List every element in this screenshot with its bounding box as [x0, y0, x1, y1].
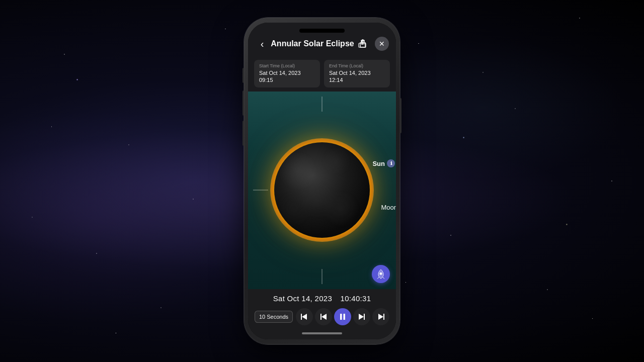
- rocket-button[interactable]: [372, 265, 390, 283]
- home-bar: [302, 332, 342, 334]
- transport-buttons: [296, 308, 389, 325]
- phone-screen: ‹ Annular Solar Eclipse: [248, 23, 396, 339]
- end-time-card: End Time (Local) Sat Oct 14, 2023 12:14: [324, 60, 390, 87]
- side-button-vol-down: [243, 121, 244, 146]
- svg-marker-14: [378, 314, 383, 320]
- side-button-silent: [243, 68, 244, 83]
- start-time-time: 09:15: [259, 76, 315, 83]
- side-button-power: [400, 98, 401, 133]
- end-time-label: End Time (Local): [329, 63, 385, 68]
- svg-rect-10: [344, 314, 346, 320]
- svg-rect-13: [383, 314, 384, 320]
- side-button-vol-up: [243, 90, 244, 116]
- share-button[interactable]: [356, 37, 370, 51]
- skip-forward-icon: [377, 313, 384, 320]
- pause-icon: [339, 313, 346, 320]
- crosshair-horizontal-left: [253, 190, 268, 191]
- svg-rect-12: [364, 314, 365, 320]
- phone-device: ‹ Annular Solar Eclipse: [244, 18, 400, 344]
- phone-shell: ‹ Annular Solar Eclipse: [244, 18, 400, 344]
- svg-marker-11: [359, 314, 364, 320]
- app-screen: ‹ Annular Solar Eclipse: [248, 23, 396, 339]
- step-forward-button[interactable]: [353, 308, 370, 325]
- end-time-date: Sat Oct 14, 2023: [329, 69, 385, 76]
- step-back-button[interactable]: [315, 308, 332, 325]
- datetime-time: 10:40:31: [341, 294, 371, 303]
- playback-controls-row: 10 Seconds: [254, 308, 390, 325]
- moon-circle: [274, 142, 370, 238]
- home-indicator-bar: [248, 329, 396, 339]
- sun-label-text: Sun: [372, 160, 385, 167]
- svg-rect-9: [340, 314, 342, 320]
- sun-label: Sun ℹ: [372, 159, 395, 167]
- step-back-icon: [320, 313, 327, 320]
- phone-notch: [299, 29, 345, 33]
- page-title: Annular Solar Eclipse: [269, 39, 356, 48]
- speed-selector-button[interactable]: 10 Seconds: [255, 311, 293, 323]
- back-button[interactable]: ‹: [255, 38, 269, 50]
- svg-marker-6: [302, 314, 307, 320]
- datetime-display: Sat Oct 14, 2023 10:40:31: [254, 294, 390, 303]
- start-time-label: Start Time (Local): [259, 63, 315, 68]
- start-time-card: Start Time (Local) Sat Oct 14, 2023 09:1…: [254, 60, 320, 87]
- eclipse-visualization: Sun ℹ Moon: [248, 92, 396, 289]
- svg-rect-5: [301, 314, 302, 320]
- step-forward-icon: [358, 313, 365, 320]
- app-header: ‹ Annular Solar Eclipse: [248, 23, 396, 56]
- skip-back-button[interactable]: [296, 308, 313, 325]
- eclipse-body: Sun ℹ Moon: [274, 142, 370, 238]
- skip-back-icon: [301, 313, 308, 320]
- skip-forward-button[interactable]: [372, 308, 389, 325]
- moon-texture: [274, 142, 370, 238]
- close-button[interactable]: ✕: [375, 37, 389, 51]
- svg-marker-7: [321, 314, 327, 320]
- info-cards-row: Start Time (Local) Sat Oct 14, 2023 09:1…: [248, 56, 396, 92]
- start-time-date: Sat Oct 14, 2023: [259, 69, 315, 76]
- crosshair-vertical-bottom: [322, 269, 323, 284]
- datetime-date: Sat Oct 14, 2023: [273, 294, 332, 303]
- moon-label: Moon: [381, 204, 396, 211]
- header-actions: ✕: [356, 37, 389, 51]
- sun-info-button[interactable]: ℹ: [387, 159, 395, 167]
- rocket-icon: [376, 269, 386, 279]
- svg-rect-8: [320, 314, 321, 320]
- svg-point-4: [380, 273, 382, 275]
- pause-button[interactable]: [334, 308, 351, 325]
- bottom-controls: Sat Oct 14, 2023 10:40:31 10 Seconds: [248, 289, 396, 329]
- crosshair-vertical-top: [322, 97, 323, 112]
- end-time-time: 12:14: [329, 76, 385, 83]
